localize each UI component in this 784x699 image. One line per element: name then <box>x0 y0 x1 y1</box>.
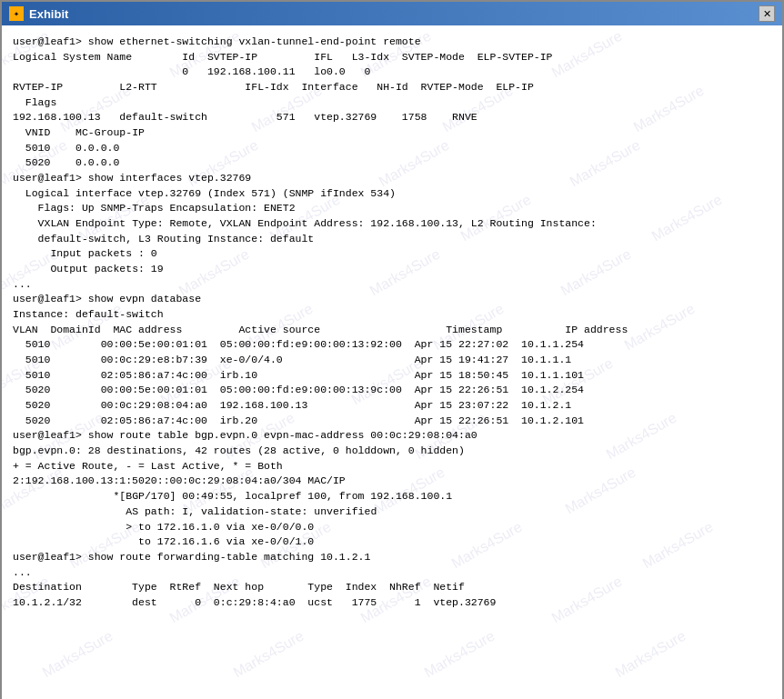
window-title: Exhibit <box>29 7 68 21</box>
terminal-text: user@leaf1> show ethernet-switching vxla… <box>13 35 771 611</box>
terminal-area: Marks4Sure Marks4Sure Marks4Sure Marks4S… <box>2 25 782 699</box>
title-bar: ✦ Exhibit ✕ <box>2 2 782 25</box>
close-button[interactable]: ✕ <box>759 5 775 22</box>
exhibit-window: ✦ Exhibit ✕ Marks4Sure Marks4Sure Marks4… <box>0 0 784 699</box>
title-bar-left: ✦ Exhibit <box>9 6 68 21</box>
app-icon: ✦ <box>9 6 24 21</box>
terminal-content: user@leaf1> show ethernet-switching vxla… <box>13 35 771 611</box>
